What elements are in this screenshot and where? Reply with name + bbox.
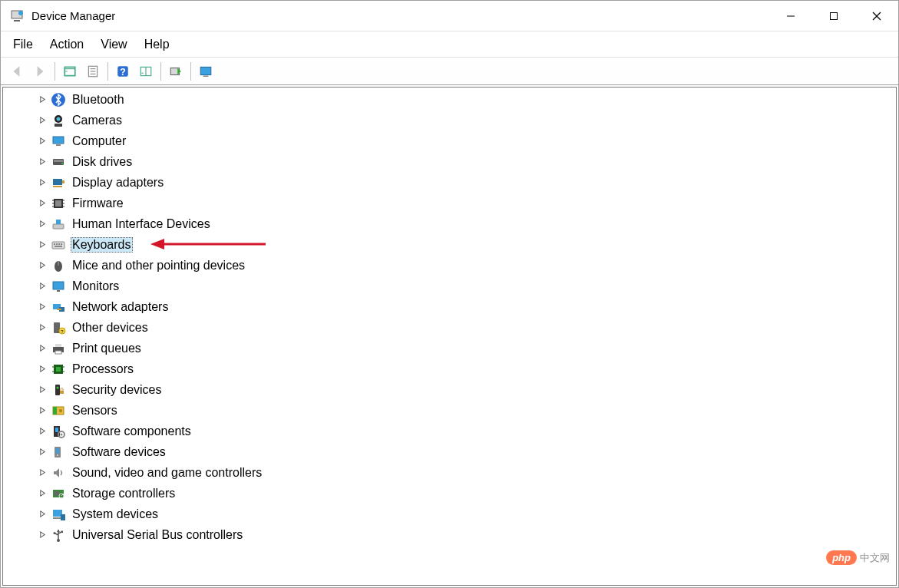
tree-item-label: Universal Serial Bus controllers	[71, 528, 244, 542]
device-tree[interactable]: BluetoothCamerasComputerDisk drivesDispl…	[3, 88, 896, 585]
tree-item-label: Human Interface Devices	[71, 217, 212, 231]
svg-rect-76	[56, 448, 59, 454]
tree-item-system-devices[interactable]: System devices	[3, 504, 896, 524]
tree-item-bluetooth[interactable]: Bluetooth	[3, 89, 896, 110]
expander-icon[interactable]	[35, 362, 49, 376]
security-icon	[51, 382, 66, 398]
tree-item-label: Keyboards	[71, 237, 133, 253]
tree-item-label: Bluetooth	[71, 93, 126, 107]
expander-icon[interactable]	[35, 134, 49, 148]
tree-item-keyboards[interactable]: Keyboards	[3, 234, 896, 255]
svg-rect-72	[55, 428, 58, 432]
tree-view-container: BluetoothCamerasComputerDisk drivesDispl…	[2, 87, 897, 586]
tree-item-human-interface-devices[interactable]: Human Interface Devices	[3, 213, 896, 234]
tree-item-display-adapters[interactable]: Display adapters	[3, 172, 896, 193]
expander-icon[interactable]	[35, 383, 49, 397]
sound-icon	[51, 465, 66, 481]
svg-rect-69	[53, 407, 57, 415]
show-hidden-button[interactable]	[58, 61, 81, 82]
expander-icon[interactable]	[35, 528, 49, 542]
svg-rect-39	[56, 220, 61, 224]
help-button[interactable]: ?	[111, 61, 134, 82]
expander-icon[interactable]	[35, 342, 49, 355]
svg-rect-48	[53, 282, 64, 289]
tree-item-software-components[interactable]: Software components	[3, 421, 896, 441]
svg-rect-79	[55, 491, 59, 496]
tree-item-universal-serial-bus-controllers[interactable]: Universal Serial Bus controllers	[3, 524, 896, 545]
expander-icon[interactable]	[35, 445, 49, 459]
tree-item-label: Processors	[71, 362, 135, 376]
svg-rect-29	[53, 186, 62, 187]
watermark: php 中文网	[826, 550, 890, 565]
tree-item-print-queues[interactable]: Print queues	[3, 338, 896, 358]
expander-icon[interactable]	[35, 238, 49, 252]
firmware-icon	[51, 196, 66, 211]
svg-rect-27	[53, 179, 62, 185]
expander-icon[interactable]	[35, 507, 49, 521]
network-icon	[51, 299, 66, 315]
tree-item-network-adapters[interactable]: Network adapters	[3, 296, 896, 317]
expander-icon[interactable]	[35, 404, 49, 418]
minimize-button[interactable]	[769, 1, 812, 31]
svg-rect-43	[58, 243, 60, 245]
tree-item-label: Mice and other pointing devices	[71, 259, 246, 273]
tree-item-monitors[interactable]: Monitors	[3, 276, 896, 296]
tree-item-label: Monitors	[71, 279, 121, 293]
display-adapter-icon	[51, 175, 66, 190]
forward-button[interactable]	[28, 61, 51, 82]
tree-item-label: Sound, video and game controllers	[71, 466, 263, 480]
maximize-button[interactable]	[812, 1, 855, 31]
tree-item-disk-drives[interactable]: Disk drives	[3, 151, 896, 172]
svg-rect-31	[55, 200, 61, 206]
tree-item-label: System devices	[71, 507, 160, 521]
expander-icon[interactable]	[35, 424, 49, 438]
expander-icon[interactable]	[35, 93, 49, 107]
expander-icon[interactable]	[35, 321, 49, 335]
tree-item-sensors[interactable]: Sensors	[3, 400, 896, 421]
tree-item-sound-video-and-game-controllers[interactable]: Sound, video and game controllers	[3, 462, 896, 483]
menu-action[interactable]: Action	[50, 38, 84, 51]
back-button[interactable]	[5, 61, 28, 82]
window-controls	[769, 1, 898, 31]
tree-item-storage-controllers[interactable]: Storage controllers	[3, 483, 896, 504]
expander-icon[interactable]	[35, 487, 49, 500]
action-menu-button[interactable]	[134, 61, 157, 82]
expander-icon[interactable]	[35, 155, 49, 169]
tree-item-other-devices[interactable]: ?Other devices	[3, 317, 896, 338]
tree-item-software-devices[interactable]: Software devices	[3, 441, 896, 462]
menu-view[interactable]: View	[101, 38, 127, 51]
menu-help[interactable]: Help	[144, 38, 170, 51]
hid-icon	[51, 216, 66, 232]
svg-rect-60	[56, 367, 61, 372]
watermark-pill: php	[826, 550, 857, 565]
expander-icon[interactable]	[35, 197, 49, 210]
tree-item-label: Software components	[71, 424, 193, 438]
add-legacy-button[interactable]	[194, 61, 217, 82]
monitor-icon	[51, 279, 66, 294]
properties-button[interactable]	[81, 61, 104, 82]
tree-item-cameras[interactable]: Cameras	[3, 110, 896, 130]
svg-point-86	[54, 532, 56, 534]
expander-icon[interactable]	[35, 279, 49, 293]
software-component-icon	[51, 424, 66, 439]
tree-item-label: Storage controllers	[71, 487, 177, 500]
menu-file[interactable]: File	[13, 38, 33, 51]
tree-item-computer[interactable]: Computer	[3, 130, 896, 151]
tree-item-mice-and-other-pointing-devices[interactable]: Mice and other pointing devices	[3, 255, 896, 276]
expander-icon[interactable]	[35, 300, 49, 314]
svg-rect-22	[53, 137, 64, 144]
processor-icon	[51, 362, 66, 377]
menu-bar: File Action View Help	[1, 31, 898, 58]
expander-icon[interactable]	[35, 217, 49, 231]
expander-icon[interactable]	[35, 176, 49, 190]
tree-item-security-devices[interactable]: Security devices	[3, 379, 896, 400]
tree-item-firmware[interactable]: Firmware	[3, 193, 896, 213]
tree-item-processors[interactable]: Processors	[3, 358, 896, 379]
expander-icon[interactable]	[35, 259, 49, 273]
toolbar-separator	[55, 62, 55, 81]
close-button[interactable]	[855, 1, 898, 31]
expander-icon[interactable]	[35, 466, 49, 480]
expander-icon[interactable]	[35, 114, 49, 127]
scan-hardware-button[interactable]	[164, 61, 187, 82]
tree-item-label: Software devices	[71, 445, 167, 459]
